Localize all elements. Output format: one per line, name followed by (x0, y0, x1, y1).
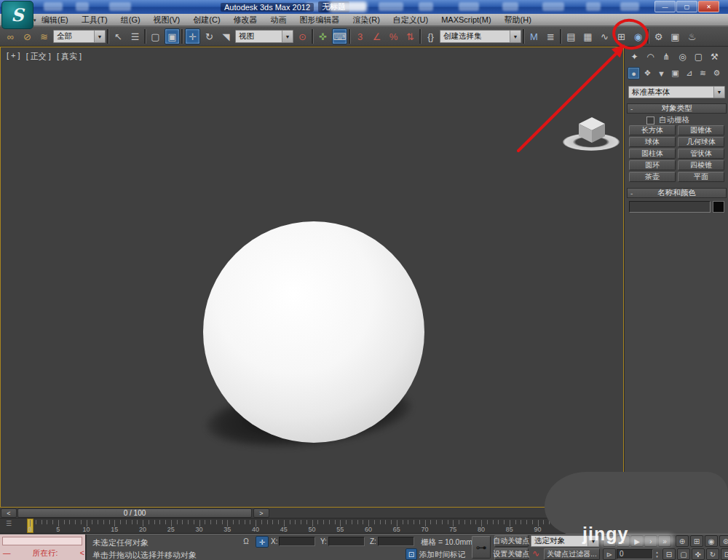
object-type-rollout[interactable]: - 对象类型 (627, 103, 727, 114)
viewport-menu-pov[interactable]: [ 正交 ] (26, 51, 51, 62)
maximize-viewport-icon[interactable]: ⊡ (721, 548, 728, 560)
create-tab[interactable]: ✦ (628, 50, 641, 63)
unlink-selection-icon[interactable]: ⊘ (20, 28, 35, 44)
motion-tab[interactable]: ◎ (676, 50, 689, 63)
utilities-tab[interactable]: ⚒ (708, 50, 721, 63)
object-name-field[interactable] (629, 201, 711, 213)
collapse-icon[interactable]: - (630, 189, 633, 197)
trackbar-mini-icon[interactable]: ☰ (6, 520, 12, 527)
object-button-圆环[interactable]: 圆环 (629, 160, 676, 170)
menu-item[interactable]: MAXScript(M) (435, 14, 497, 26)
menu-item[interactable]: 渲染(R) (347, 14, 387, 26)
object-button-平面[interactable]: 平面 (678, 172, 724, 182)
graphite-toggle-icon[interactable]: ▦ (580, 28, 596, 44)
mirror-icon[interactable]: M (526, 28, 542, 44)
schematic-view-icon[interactable]: ⊞ (614, 28, 629, 44)
material-editor-icon[interactable]: ◉ (630, 28, 646, 44)
select-and-rotate-icon[interactable]: ↻ (202, 28, 217, 44)
spacewarps-category[interactable]: ≋ (697, 67, 709, 79)
hierarchy-tab[interactable]: ⋔ (660, 50, 673, 63)
viewport-menu-shading[interactable]: [ 真实 ] (57, 51, 82, 62)
helpers-category[interactable]: ⊿ (683, 67, 695, 79)
geometry-category[interactable]: ● (628, 67, 640, 79)
select-object-icon[interactable]: ↖ (111, 28, 126, 44)
autogrid-checkbox[interactable] (646, 117, 654, 125)
object-button-管状体[interactable]: 管状体 (678, 149, 724, 159)
object-button-球体[interactable]: 球体 (629, 137, 676, 147)
named-selset-dropdown[interactable]: 创建选择集▼ (440, 30, 521, 43)
menu-item[interactable]: 编辑(E) (35, 14, 75, 26)
y-coordinate-field[interactable] (328, 537, 365, 546)
menu-item[interactable]: 创建(C) (186, 14, 226, 26)
menu-item[interactable]: 组(G) (114, 14, 147, 26)
maximize-button[interactable]: ▢ (676, 1, 697, 12)
application-menu-arrow-icon[interactable]: ▾ (33, 17, 36, 23)
modify-tab[interactable]: ◠ (644, 50, 657, 63)
render-production-icon[interactable]: ♨ (684, 28, 700, 44)
listener-arrow[interactable]: < (80, 548, 84, 559)
current-frame-field[interactable]: 0 (617, 549, 653, 559)
track-bar[interactable]: ☰ 05101520253035404550556065707580859095… (0, 518, 624, 534)
zoom-icon[interactable]: ⊕ (676, 535, 689, 547)
maxscript-mini-listener[interactable]: — 所在行: < (0, 535, 87, 560)
minimize-button[interactable]: — (654, 1, 676, 12)
auto-key-button[interactable]: 自动关键点 (494, 535, 529, 547)
key-filters-button[interactable]: 关键点过滤器... (544, 548, 600, 560)
render-setup-icon[interactable]: ⚙ (651, 28, 666, 44)
key-mode-toggle-icon[interactable]: ⊳ (603, 548, 616, 560)
selection-lock-icon[interactable]: Ω (240, 536, 252, 546)
select-and-scale-icon[interactable]: ◥ (218, 28, 234, 44)
absolute-mode-icon[interactable]: ✛ (256, 536, 269, 548)
pan-icon[interactable]: ✜ (692, 548, 705, 560)
viewport-menu-general[interactable]: [ + ] (7, 51, 20, 62)
ref-coord-dropdown[interactable]: 视图▼ (235, 30, 293, 43)
orbit-icon[interactable]: ↻ (706, 548, 719, 560)
menu-item[interactable]: 自定义(U) (387, 14, 435, 26)
default-in-out-tangents-icon[interactable]: ∿ (530, 548, 542, 559)
systems-category[interactable]: ⚙ (711, 67, 723, 79)
menu-item[interactable]: 动画 (264, 14, 293, 26)
object-button-圆锥体[interactable]: 圆锥体 (678, 125, 724, 135)
menu-item[interactable]: 帮助(H) (498, 14, 538, 26)
rect-selection-region-icon[interactable]: ▢ (148, 28, 163, 44)
keyboard-override-icon[interactable]: ⌨ (332, 28, 347, 44)
select-and-move-icon[interactable]: ✛ (185, 28, 200, 44)
frame-spinner[interactable]: ▴ ▾ (654, 549, 660, 559)
selection-filter-dropdown[interactable]: 全部▼ (53, 30, 106, 43)
isolate-icon[interactable]: ⊟ (662, 548, 676, 560)
primitive-type-dropdown[interactable]: 标准基本体 ▼ (628, 86, 725, 98)
display-tab[interactable]: ▢ (692, 50, 705, 63)
zoom-extents-all-icon[interactable]: ⊛ (719, 535, 728, 547)
maxscript-input-field[interactable] (2, 537, 82, 545)
rendered-frame-icon[interactable]: ▣ (668, 28, 683, 44)
collapse-icon[interactable]: - (630, 105, 633, 113)
select-by-name-icon[interactable]: ☰ (127, 28, 143, 44)
spinner-snap-icon[interactable]: ⇅ (403, 28, 418, 44)
chevron-down-icon[interactable]: ▼ (282, 31, 293, 42)
select-and-link-icon[interactable]: ∞ (3, 28, 18, 44)
add-time-tag[interactable]: 添加时间标记 (419, 550, 465, 560)
snap-3d-icon[interactable]: 3 (352, 28, 368, 44)
x-coordinate-field[interactable] (279, 537, 315, 546)
object-button-长方体[interactable]: 长方体 (629, 125, 676, 135)
chevron-down-icon[interactable]: ▼ (94, 31, 105, 42)
next-frame-button[interactable]: > (253, 508, 269, 518)
select-manipulate-icon[interactable]: ✜ (315, 28, 331, 44)
previous-frame-button[interactable]: < (1, 508, 17, 518)
curve-editor-icon[interactable]: ∿ (597, 28, 612, 44)
menu-item[interactable]: 工具(T) (75, 14, 114, 26)
object-button-茶壶[interactable]: 茶壶 (629, 172, 676, 182)
time-tag-icon[interactable]: ⊡ (405, 548, 417, 560)
object-color-swatch[interactable] (713, 201, 724, 213)
zoom-extents-icon[interactable]: ◉ (705, 535, 718, 547)
object-button-几何球体[interactable]: 几何球体 (678, 137, 724, 147)
chevron-down-icon[interactable]: ▼ (713, 87, 724, 98)
set-keys-button[interactable]: ⊶ (472, 536, 491, 559)
use-pivot-center-icon[interactable]: ⊙ (295, 28, 310, 44)
set-key-button[interactable]: 设置关键点 (494, 548, 529, 560)
viewcube[interactable] (561, 117, 624, 152)
layer-manager-icon[interactable]: ▤ (563, 28, 579, 44)
time-slider-handle[interactable]: 0 / 100 (17, 508, 252, 518)
bind-to-spacewarp-icon[interactable]: ≋ (36, 28, 52, 44)
zoom-region-icon[interactable]: ▢ (677, 548, 690, 560)
